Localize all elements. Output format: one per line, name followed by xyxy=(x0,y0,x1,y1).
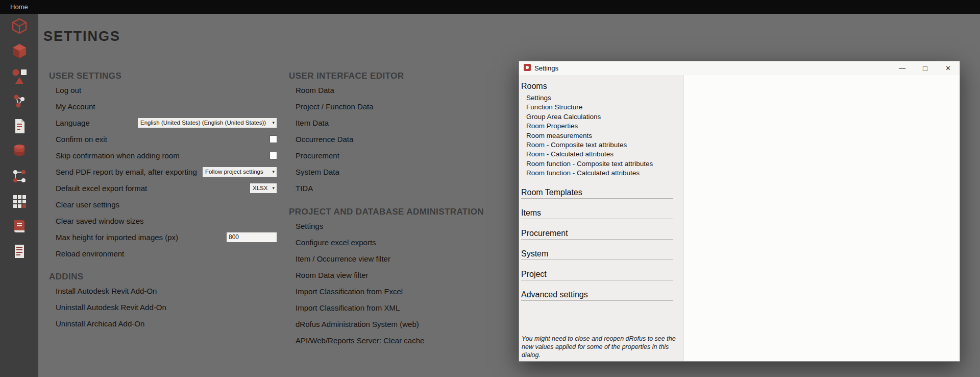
grid-icon xyxy=(10,192,29,210)
project-function-data-link[interactable]: Project / Function Data xyxy=(296,102,374,111)
nav-section-project[interactable]: Project xyxy=(521,260,673,280)
send-pdf-select[interactable]: Follow project settings▾ xyxy=(202,167,277,177)
confirm-on-exit-label: Confirm on exit xyxy=(56,135,107,144)
chevron-down-icon: ▾ xyxy=(270,120,275,125)
nav-item-room-calculated-attributes[interactable]: Room - Calculated attributes xyxy=(526,150,683,159)
page-title: SETTINGS xyxy=(43,29,120,44)
rooms-subsection-list: Settings Function Structure Group Area C… xyxy=(526,93,683,178)
nav-item-room-properties[interactable]: Room Properties xyxy=(526,122,683,131)
sidebar-button-7[interactable] xyxy=(8,166,31,186)
dialog-note: You might need to close and reopen dRofu… xyxy=(522,335,676,359)
nav-item-group-area-calculations[interactable]: Group Area Calculations xyxy=(526,112,683,122)
reload-environment-link[interactable]: Reload environment xyxy=(56,249,124,258)
clear-window-sizes-link[interactable]: Clear saved window sizes xyxy=(56,217,144,225)
shapes-icon xyxy=(10,67,29,85)
procurement-link[interactable]: Procurement xyxy=(296,151,339,160)
skip-confirmation-checkbox[interactable] xyxy=(270,152,277,159)
settings-row: Item / Occurrence view filter xyxy=(289,250,513,267)
settings-row: Occurrence Data xyxy=(289,131,513,147)
nav-section-items[interactable]: Items xyxy=(521,199,673,219)
room-data-view-filter-link[interactable]: Room Data view filter xyxy=(296,271,369,279)
dialog-titlebar[interactable]: Settings — □ ✕ xyxy=(519,61,960,75)
nav-section-rooms[interactable]: Rooms xyxy=(521,81,683,91)
settings-row: Procurement xyxy=(289,147,513,163)
dialog-body: Rooms Settings Function Structure Group … xyxy=(519,75,960,361)
sidebar xyxy=(0,14,38,377)
occurrence-data-link[interactable]: Occurrence Data xyxy=(296,135,353,144)
settings-row: dRofus Administration System (web) xyxy=(289,316,513,332)
max-image-height-input[interactable] xyxy=(226,232,277,243)
item-occurrence-view-filter-link[interactable]: Item / Occurrence view filter xyxy=(296,254,390,263)
system-data-link[interactable]: System Data xyxy=(296,168,339,176)
settings-row: Settings xyxy=(289,218,513,234)
sidebar-button-5[interactable] xyxy=(8,116,31,136)
nav-item-room-measurements[interactable]: Room measurements xyxy=(526,131,683,140)
settings-row: Room Data view filter xyxy=(289,267,513,283)
addins-heading: ADDINS xyxy=(49,271,277,282)
tida-link[interactable]: TIDA xyxy=(296,184,313,193)
sidebar-button-1[interactable] xyxy=(8,16,31,36)
send-pdf-row: Send PDF report by email, after exportin… xyxy=(49,163,277,180)
settings-left-column: USER SETTINGS Log out My Account Languag… xyxy=(49,70,277,332)
max-image-height-label: Max height for imported images (px) xyxy=(56,233,178,242)
settings-row: Log out xyxy=(49,82,277,98)
skip-confirmation-row: Skip confirmation when adding room xyxy=(49,147,277,163)
settings-row: Uninstall Autodesk Revit Add-On xyxy=(49,299,277,315)
import-classification-xml-link[interactable]: Import Classification from XML xyxy=(296,303,400,312)
settings-row: Clear user settings xyxy=(49,196,277,213)
home-tab[interactable]: Home xyxy=(10,3,28,11)
uninstall-revit-addon-link[interactable]: Uninstall Autodesk Revit Add-On xyxy=(56,303,166,312)
coin-stack-icon xyxy=(10,142,29,160)
import-classification-excel-link[interactable]: Import Classification from Excel xyxy=(296,287,403,296)
nav-item-function-structure[interactable]: Function Structure xyxy=(526,103,683,112)
sidebar-button-2[interactable] xyxy=(8,41,31,61)
skip-confirmation-label: Skip confirmation when adding room xyxy=(56,151,180,160)
logout-link[interactable]: Log out xyxy=(56,86,81,95)
cube-solid-icon xyxy=(10,42,29,60)
language-select[interactable]: English (United States) (English (United… xyxy=(137,117,277,128)
molecule-icon xyxy=(10,92,29,110)
nav-section-room-templates[interactable]: Room Templates xyxy=(521,178,673,199)
chevron-down-icon: ▾ xyxy=(270,169,275,174)
book-icon xyxy=(10,217,29,235)
settings-row: Configure excel exports xyxy=(289,234,513,250)
sidebar-button-9[interactable] xyxy=(8,216,31,237)
room-data-link[interactable]: Room Data xyxy=(296,86,334,95)
settings-row: Import Classification from XML xyxy=(289,299,513,316)
my-account-link[interactable]: My Account xyxy=(56,102,95,111)
nav-item-room-composite-text-attributes[interactable]: Room - Composite text attributes xyxy=(526,140,683,150)
sidebar-button-3[interactable] xyxy=(8,66,31,86)
confirm-on-exit-checkbox[interactable] xyxy=(270,135,277,143)
sidebar-button-10[interactable] xyxy=(8,241,31,262)
nav-section-procurement[interactable]: Procurement xyxy=(521,219,673,240)
drofus-admin-system-link[interactable]: dRofus Administration System (web) xyxy=(296,320,419,328)
api-clear-cache-link[interactable]: API/Web/Reports Server: Clear cache xyxy=(296,336,424,345)
nav-section-advanced-settings[interactable]: Advanced settings xyxy=(521,280,673,301)
drofus-logo-icon xyxy=(524,64,531,73)
sidebar-button-8[interactable] xyxy=(8,191,31,211)
settings-row: System Data xyxy=(289,163,513,180)
dialog-nav-panel: Rooms Settings Function Structure Group … xyxy=(519,75,683,361)
top-bar: Home xyxy=(0,0,980,14)
minimize-button[interactable]: — xyxy=(891,61,914,75)
maximize-button[interactable]: □ xyxy=(914,61,937,75)
language-label: Language xyxy=(56,119,90,127)
configure-excel-exports-link[interactable]: Configure excel exports xyxy=(296,238,376,247)
uninstall-archicad-addon-link[interactable]: Uninstall Archicad Add-On xyxy=(56,319,144,328)
settings-right-column: USER INTERFACE EDITOR Room Data Project … xyxy=(289,70,513,348)
settings-row: Project / Function Data xyxy=(289,98,513,114)
nav-item-room-function-calculated-attributes[interactable]: Room function - Calculated attributes xyxy=(526,169,683,178)
sidebar-button-6[interactable] xyxy=(8,141,31,161)
close-button[interactable]: ✕ xyxy=(937,61,960,75)
admin-settings-link[interactable]: Settings xyxy=(296,222,323,230)
clear-user-settings-link[interactable]: Clear user settings xyxy=(56,200,119,209)
nav-item-room-function-composite-text-attributes[interactable]: Room function - Composite text attribute… xyxy=(526,159,683,169)
excel-format-select[interactable]: XLSX▾ xyxy=(250,183,277,194)
nav-item-settings[interactable]: Settings xyxy=(526,93,683,103)
settings-row: TIDA xyxy=(289,180,513,196)
nav-section-system[interactable]: System xyxy=(521,240,673,260)
item-data-link[interactable]: Item Data xyxy=(296,119,329,127)
settings-dialog: Settings — □ ✕ Rooms Settings Function S… xyxy=(519,61,960,362)
install-revit-addon-link[interactable]: Install Autodesk Revit Add-On xyxy=(56,287,157,295)
sidebar-button-4[interactable] xyxy=(8,91,31,111)
